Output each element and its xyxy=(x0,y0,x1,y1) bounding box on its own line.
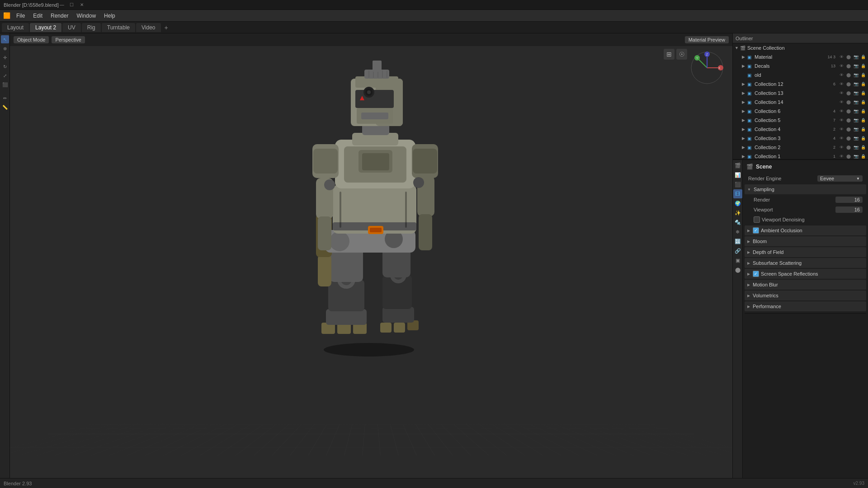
list-item[interactable]: ▶ ▣ Collection 4 2 👁 ⬤ 📷 🔒 xyxy=(733,125,868,134)
sss-header[interactable]: ▶ Subsurface Scattering xyxy=(745,258,866,268)
tab-rig[interactable]: Rig xyxy=(82,23,101,32)
viewport-icon[interactable]: ⬤ xyxy=(845,72,852,78)
viewport-mode-button[interactable]: Object Mode xyxy=(14,36,49,43)
tab-video[interactable]: Video xyxy=(136,23,160,32)
select-tool-button[interactable]: ↖ xyxy=(1,35,9,43)
list-item[interactable]: ▶ ▣ Collection 3 4 👁 ⬤ 📷 🔒 xyxy=(733,134,868,143)
add-workspace-button[interactable]: + xyxy=(162,23,171,32)
viewport-icon[interactable]: ⬤ xyxy=(845,144,852,150)
measure-tool-button[interactable]: 📏 xyxy=(1,103,9,111)
render-engine-select[interactable]: Eevee ▼ xyxy=(817,175,863,182)
performance-header[interactable]: ▶ Performance xyxy=(745,301,866,311)
viewport-view-button[interactable]: Perspective xyxy=(52,36,85,43)
visibility-icon[interactable]: 👁 xyxy=(838,153,844,160)
visibility-icon[interactable]: 👁 xyxy=(838,126,844,132)
render-icon[interactable]: 📷 xyxy=(853,72,859,78)
visibility-icon[interactable]: 👁 xyxy=(838,108,844,114)
render-icon[interactable]: 📷 xyxy=(853,153,859,160)
blender-logo-icon[interactable]: 🟧 xyxy=(2,11,12,21)
scene-prop-icon[interactable]: 🎞 xyxy=(733,189,742,198)
viewport-icon[interactable]: ⬤ xyxy=(845,81,852,87)
transform-tool-button[interactable]: ⬛ xyxy=(1,80,9,89)
render-samples-value[interactable]: 16 xyxy=(835,197,863,203)
lock-icon[interactable]: 🔒 xyxy=(860,99,866,105)
list-item[interactable]: ▶ ▣ Collection 14 👁 ⬤ 📷 🔒 xyxy=(733,98,868,107)
render-icon[interactable]: 📷 xyxy=(853,99,859,105)
tab-uv[interactable]: UV xyxy=(62,23,81,32)
viewport-icon[interactable]: ⬤ xyxy=(845,99,852,105)
viewport-shading-button[interactable]: Material Preview xyxy=(685,36,729,43)
sampling-header[interactable]: ▼ Sampling xyxy=(745,184,866,194)
lock-icon[interactable]: 🔒 xyxy=(860,117,866,123)
visibility-icon[interactable]: 👁 xyxy=(838,63,844,69)
volumetrics-header[interactable]: ▶ Volumetrics xyxy=(745,291,866,300)
menu-window[interactable]: Window xyxy=(73,12,99,20)
view-layer-prop-icon[interactable]: ⬛ xyxy=(733,180,742,189)
particles-prop-icon[interactable]: ❄ xyxy=(733,227,742,236)
ssr-header[interactable]: ▶ ✓ Screen Space Reflections xyxy=(745,269,866,279)
render-icon[interactable]: 📷 xyxy=(853,117,859,123)
list-item[interactable]: ▶ ▣ Decals 13 👁 ⬤ 📷 🔒 xyxy=(733,61,868,70)
visibility-icon[interactable]: 👁 xyxy=(838,54,844,60)
ssr-checkbox[interactable]: ✓ xyxy=(753,271,759,277)
render-icon[interactable]: 📷 xyxy=(853,63,859,69)
visibility-icon[interactable]: 👁 xyxy=(838,90,844,96)
lock-icon[interactable]: 🔒 xyxy=(860,126,866,132)
scale-tool-button[interactable]: ⤢ xyxy=(1,71,9,80)
lock-icon[interactable]: 🔒 xyxy=(860,108,866,114)
visibility-icon[interactable]: 👁 xyxy=(838,72,844,78)
render-icon[interactable]: 📷 xyxy=(853,90,859,96)
lock-icon[interactable]: 🔒 xyxy=(860,135,866,141)
lock-icon[interactable]: 🔒 xyxy=(860,144,866,150)
lock-icon[interactable]: 🔒 xyxy=(860,90,866,96)
viewport-icon[interactable]: ⬤ xyxy=(845,108,852,114)
tab-layout2[interactable]: Layout 2 xyxy=(30,23,61,32)
viewport-icon[interactable]: ⬤ xyxy=(845,153,852,160)
viewport-icon[interactable]: ⬤ xyxy=(845,54,852,60)
tab-turntable[interactable]: Turntable xyxy=(102,23,135,32)
visibility-icon[interactable]: 👁 xyxy=(838,135,844,141)
lock-icon[interactable]: 🔒 xyxy=(860,54,866,60)
cursor-tool-button[interactable]: ⊕ xyxy=(1,44,9,52)
outliner-root[interactable]: ▼ 🎬 Scene Collection xyxy=(733,43,868,52)
render-icon[interactable]: 📷 xyxy=(853,108,859,114)
list-item[interactable]: ▶ ▣ Collection 13 👁 ⬤ 📷 🔒 xyxy=(733,89,868,98)
tab-layout[interactable]: Layout xyxy=(2,23,29,32)
list-item[interactable]: ▣ old 👁 ⬤ 📷 🔒 xyxy=(733,70,868,80)
maximize-button[interactable]: ☐ xyxy=(69,2,75,8)
menu-render[interactable]: Render xyxy=(47,12,72,20)
ambient-occlusion-header[interactable]: ▶ ✓ Ambient Occlusion xyxy=(745,225,866,235)
list-item[interactable]: ▶ ▣ Material 14 3 👁 ⬤ 📷 🔒 xyxy=(733,52,868,61)
minimize-button[interactable]: — xyxy=(59,2,65,8)
lock-icon[interactable]: 🔒 xyxy=(860,81,866,87)
visibility-icon[interactable]: 👁 xyxy=(838,144,844,150)
render-icon[interactable]: 📷 xyxy=(853,144,859,150)
object-prop-icon[interactable]: ✨ xyxy=(733,208,742,217)
viewport-denoising-checkbox[interactable] xyxy=(754,216,760,223)
rotate-tool-button[interactable]: ↻ xyxy=(1,62,9,70)
viewport-gizmos-button[interactable]: ☉ xyxy=(676,49,687,60)
constraints-prop-icon[interactable]: 🔗 xyxy=(733,246,742,255)
lock-icon[interactable]: 🔒 xyxy=(860,63,866,69)
menu-edit[interactable]: Edit xyxy=(29,12,46,20)
viewport-icon[interactable]: ⬤ xyxy=(845,90,852,96)
render-prop-icon[interactable]: 🎬 xyxy=(733,161,742,170)
menu-file[interactable]: File xyxy=(13,12,28,20)
viewport-icon[interactable]: ⬤ xyxy=(845,126,852,132)
ao-checkbox[interactable]: ✓ xyxy=(753,227,759,234)
physics-prop-icon[interactable]: 🔣 xyxy=(733,237,742,246)
list-item[interactable]: ▶ ▣ Collection 5 7 👁 ⬤ 📷 🔒 xyxy=(733,116,868,125)
render-icon[interactable]: 📷 xyxy=(853,126,859,132)
close-button[interactable]: ✕ xyxy=(79,2,85,8)
viewport-icon[interactable]: ⬤ xyxy=(845,117,852,123)
visibility-icon[interactable]: 👁 xyxy=(838,81,844,87)
3d-viewport[interactable]: Object Mode Perspective Material Preview xyxy=(10,33,732,478)
list-item[interactable]: ▶ ▣ Collection 6 4 👁 ⬤ 📷 🔒 xyxy=(733,107,868,116)
annotate-tool-button[interactable]: ✏ xyxy=(1,94,9,102)
bloom-header[interactable]: ▶ Bloom xyxy=(745,236,866,246)
viewport-overlays-button[interactable]: ⊞ xyxy=(664,49,675,60)
lock-icon[interactable]: 🔒 xyxy=(860,153,866,160)
world-prop-icon[interactable]: 🌍 xyxy=(733,199,742,208)
dof-header[interactable]: ▶ Depth of Field xyxy=(745,247,866,257)
motion-blur-header[interactable]: ▶ Motion Blur xyxy=(745,280,866,290)
